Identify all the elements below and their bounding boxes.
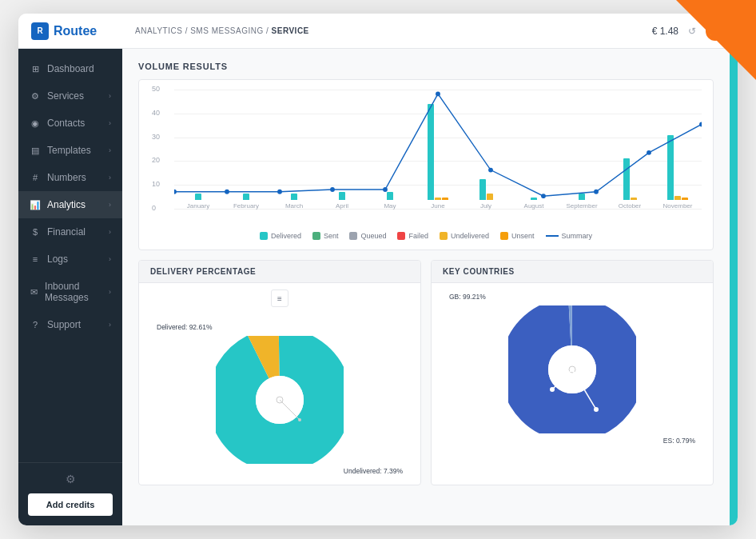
es-percentage-label: ES: 0.79% <box>663 437 703 445</box>
lower-panels: DELIVERY PERCENTAGE ≡ Delivered: 92.61% <box>138 260 714 485</box>
unsent-legend-label: Unsent <box>511 232 535 240</box>
bar-chart-area: 50 40 30 20 10 0 JanuaryFebruaryMarchApr… <box>150 90 702 226</box>
undelivered-legend-label: Undelivered <box>451 232 489 240</box>
breadcrumb-sms[interactable]: SMS MESSAGING <box>190 26 264 35</box>
sidebar-item-support[interactable]: ? Support › <box>18 311 122 338</box>
month-label-september: September <box>566 202 597 210</box>
sidebar-label-analytics: Analytics <box>47 199 86 210</box>
svg-point-3 <box>330 187 335 192</box>
balance-display: € 1.48 <box>652 26 678 37</box>
settings-gear-icon[interactable]: ⚙ <box>28 473 113 485</box>
svg-point-6 <box>488 168 493 173</box>
chevron-right-icon: › <box>109 146 111 154</box>
logo-icon: R <box>31 22 49 40</box>
logo-text: Routee <box>54 24 97 38</box>
sidebar-item-templates[interactable]: ▤ Templates › <box>18 137 122 164</box>
undelivered-percentage-label: Undelivered: 7.39% <box>344 467 411 475</box>
legend-summary: Summary <box>546 232 593 240</box>
month-label-july: July <box>480 202 491 210</box>
logs-icon: ≡ <box>30 254 41 264</box>
sidebar-label-contacts: Contacts <box>47 118 85 129</box>
sent-legend-dot <box>312 232 320 240</box>
month-label-april: April <box>336 202 348 210</box>
key-countries-panel: KEY COUNTRIES GB: 99.21% <box>431 260 714 485</box>
delivered-legend-dot <box>260 232 268 240</box>
legend-unsent: Unsent <box>500 232 535 240</box>
chevron-right-icon: › <box>109 92 111 100</box>
settings-refresh-icon: ↺ <box>688 26 696 37</box>
delivery-panel: DELIVERY PERCENTAGE ≡ Delivered: 92.61% <box>138 260 421 485</box>
delivered-percentage-label: Delivered: 92.61% <box>149 323 212 331</box>
filter-icon: ≡ <box>277 294 282 303</box>
svg-point-2 <box>277 190 282 194</box>
chevron-right-icon: › <box>109 255 111 263</box>
filter-button[interactable]: ≡ <box>271 289 288 307</box>
delivery-panel-header: DELIVERY PERCENTAGE <box>139 261 420 283</box>
sidebar-item-logs[interactable]: ≡ Logs › <box>18 246 122 273</box>
queued-legend-dot <box>349 232 357 240</box>
sidebar-label-dashboard: Dashboard <box>47 63 94 74</box>
svg-point-24 <box>594 407 599 412</box>
device-frame: R Routee ANALYTICS / SMS MESSAGING / SER… <box>18 14 738 525</box>
filter-icon-row: ≡ <box>150 286 409 310</box>
sidebar-nav: ⊞ Dashboard ⚙ Services › ◉ Conta <box>18 49 122 462</box>
main-layout: ⊞ Dashboard ⚙ Services › ◉ Conta <box>18 49 738 525</box>
chart-legend: Delivered Sent Queued Failed <box>150 232 702 240</box>
top-bar: R Routee ANALYTICS / SMS MESSAGING / SER… <box>18 14 738 49</box>
financial-icon: $ <box>30 227 41 237</box>
svg-point-16 <box>298 418 301 421</box>
sidebar-item-inbound-messages[interactable]: ✉ Inbound Messages › <box>18 273 122 311</box>
delivery-pie-wrap: Delivered: 92.61% <box>149 323 411 475</box>
delivery-pie-chart <box>216 336 344 464</box>
sidebar-label-templates: Templates <box>47 145 91 156</box>
month-label-october: October <box>619 202 641 210</box>
templates-icon: ▤ <box>30 146 41 156</box>
chevron-right-icon: › <box>109 119 111 127</box>
key-countries-panel-header: KEY COUNTRIES <box>432 261 713 283</box>
inbound-icon: ✉ <box>30 287 38 297</box>
sidebar-label-inbound: Inbound Messages <box>45 281 109 303</box>
month-group-august: August <box>510 198 558 210</box>
breadcrumb-analytics[interactable]: ANALYTICS <box>135 26 182 35</box>
sent-legend-label: Sent <box>324 232 339 240</box>
month-label-january: January <box>187 202 209 210</box>
delivery-panel-body: Delivered: 92.61% <box>139 313 420 485</box>
failed-legend-dot <box>397 232 405 240</box>
month-label-august: August <box>524 202 544 210</box>
queued-legend-label: Queued <box>360 232 386 240</box>
legend-queued: Queued <box>349 232 386 240</box>
sidebar-item-analytics[interactable]: 📊 Analytics › <box>18 191 122 218</box>
legend-sent: Sent <box>312 232 339 240</box>
gb-percentage-label: GB: 99.21% <box>441 293 486 301</box>
sidebar-item-financial[interactable]: $ Financial › <box>18 218 122 246</box>
legend-delivered: Delivered <box>260 232 301 240</box>
svg-point-4 <box>383 187 388 192</box>
month-label-march: March <box>285 202 303 210</box>
sidebar-item-dashboard[interactable]: ⊞ Dashboard <box>18 55 122 82</box>
bar-chart-container: 50 40 30 20 10 0 JanuaryFebruaryMarchApr… <box>138 79 714 250</box>
key-countries-panel-body: GB: 99.21% <box>432 283 713 454</box>
add-credits-button[interactable]: Add credits <box>28 493 113 516</box>
month-label-may: May <box>384 202 396 210</box>
month-label-june: June <box>431 202 444 210</box>
chevron-right-icon: › <box>109 228 111 236</box>
sidebar-label-logs: Logs <box>47 254 68 265</box>
chevron-right-icon: › <box>109 321 111 329</box>
volume-results-title: VOLUME RESULTS <box>138 62 714 71</box>
sidebar-item-contacts[interactable]: ◉ Contacts › <box>18 110 122 137</box>
sidebar-label-financial: Financial <box>47 226 86 238</box>
svg-point-1 <box>225 190 229 194</box>
sidebar-item-services[interactable]: ⚙ Services › <box>18 82 122 110</box>
undelivered-legend-dot <box>440 232 448 240</box>
month-label-november: November <box>663 202 693 210</box>
unsent-legend-dot <box>500 232 508 240</box>
chevron-right-icon: › <box>109 288 111 296</box>
svg-point-9 <box>647 150 651 155</box>
failed-legend-label: Failed <box>408 232 428 240</box>
chevron-right-icon: › <box>109 201 111 209</box>
breadcrumb-service: SERVICE <box>272 26 309 35</box>
legend-failed: Failed <box>397 232 428 240</box>
sidebar-item-numbers[interactable]: # Numbers › <box>18 164 122 191</box>
summary-legend-line <box>546 235 559 237</box>
breadcrumb: ANALYTICS / SMS MESSAGING / SERVICE <box>135 26 652 35</box>
